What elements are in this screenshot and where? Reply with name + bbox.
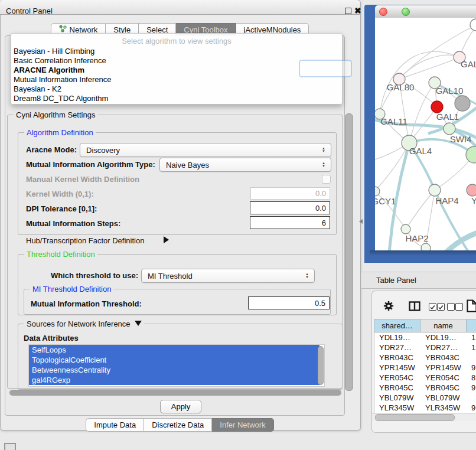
node-label: GAL [461,59,476,69]
minimize-traffic-light[interactable] [390,8,397,15]
network-node-edge-top[interactable] [470,19,476,31]
combo-arrows-icon: ▲▼ [302,273,314,279]
table-row[interactable]: YBL079WYBL079W [374,393,476,403]
network-window-titlebar[interactable] [375,5,476,18]
network-edge [446,231,476,250]
network-canvas[interactable]: GALGAL80GAL10GAL11GAL1SWI4GAL4GCY1HAP4YH… [375,18,476,250]
network-node-red[interactable] [431,101,443,113]
checked-checkbox-icon[interactable] [437,303,445,311]
tab-impute-label: Impute Data [94,419,136,431]
network-node-GAL1[interactable] [444,123,455,135]
list-vertical-scrollbar[interactable] [318,346,324,385]
float-window-icon[interactable] [345,8,351,14]
node-label: SWI4 [450,134,472,144]
table-cell: YBR045C [374,383,420,393]
table-row[interactable]: YPR145WYPR145W9. [374,363,476,373]
table-cell: YDL19… [420,332,467,343]
settings-horizontal-scrollbar[interactable] [9,390,341,396]
algorithm-option-selected[interactable]: ARACNE Algorithm [11,66,342,75]
algorithm-option[interactable]: Dream8 DC_TDC Algorithm [11,94,342,103]
table-row[interactable]: YBR045CYBR045C9. [374,383,476,393]
mi-type-label: Mutual Information Algorithm Type: [26,160,155,169]
table-row[interactable]: YER054CYER054C8. [374,373,476,383]
algorithm-option[interactable]: Bayesian - Hill Climbing [11,47,342,56]
list-item[interactable]: TopologicalCoefficient [29,355,319,365]
table-cell: 9. [467,383,476,393]
sources-collapse-icon[interactable] [135,321,142,326]
mi-threshold-field[interactable] [248,296,330,309]
sources-group-title: Sources for Network Inference [24,319,144,328]
mi-threshold-label: Mutual Information Threshold: [31,299,142,308]
table-row[interactable]: YBR043CYBR043C [374,353,476,363]
network-node-bottom[interactable] [421,243,431,250]
node-label: GAL4 [409,146,432,156]
close-traffic-light[interactable] [379,8,387,16]
table-panel-header[interactable]: Table Panel [361,272,476,289]
algorithm-placeholder: Select algorithm to view settings [11,34,342,45]
zoom-traffic-light[interactable] [402,8,410,16]
tab-impute-data[interactable]: Impute Data [86,418,144,432]
apply-button[interactable]: Apply [160,400,201,413]
mi-type-value: Naive Bayes [160,161,319,169]
kernel-width-field[interactable] [250,187,330,200]
column-header-shared-name[interactable]: shared… [374,319,420,332]
list-item[interactable]: SelfLoops [29,345,319,355]
ghost-combo-fragment [299,60,352,77]
mi-type-select[interactable]: Naive Bayes ▲▼ [159,158,331,172]
list-item[interactable]: BetweennessCentrality [29,365,319,375]
data-attributes-list[interactable]: SelfLoops TopologicalCoefficient Between… [28,344,325,387]
table-cell: 9. [467,363,476,373]
network-node-gray[interactable] [455,96,470,111]
split-table-icon[interactable] [409,301,420,313]
dpi-tolerance-field[interactable] [250,201,330,214]
algorithm-option[interactable]: Basic Correlation Inference [11,56,342,66]
column-header-name[interactable]: name [420,319,467,332]
window-shadow [370,250,476,256]
table-cell: YBL079W [374,393,420,403]
network-canvas-svg: GALGAL80GAL10GAL11GAL1SWI4GAL4GCY1HAP4YH… [375,18,476,250]
which-threshold-select[interactable]: MI Threshold ▲▼ [141,269,315,283]
control-panel-titlebar[interactable]: Control Panel ✖ [0,0,360,15]
node-table[interactable]: shared… name YDL19…YDL19…13YDR27…YDR27…1… [374,319,476,414]
mi-steps-field[interactable] [250,216,330,229]
close-icon[interactable]: ✖ [354,6,361,15]
algorithm-option[interactable]: Bayesian - K2 [11,84,342,94]
algorithm-definition-title: Algorithm Definition [24,128,96,137]
aracne-mode-label: Aracne Mode: [26,145,77,154]
unchecked-checkbox-icon[interactable] [447,303,455,311]
table-cell: YBL079W [420,393,467,403]
tab-infer-network[interactable]: Infer Network [212,418,273,432]
kernel-width-label: Kernel Width (0,1): [26,190,94,198]
list-item[interactable]: gal4RGexp [29,375,319,385]
network-node-salmon[interactable] [467,184,476,196]
table-cell: 13 [467,332,476,343]
table-row[interactable]: YLR345WYLR345W9. [374,403,476,413]
unchecked-checkbox-icon[interactable] [455,303,463,311]
table-row[interactable]: YDL19…YDL19…13 [374,332,476,343]
network-edge [399,55,459,79]
panel-divider-arrow[interactable] [359,219,363,224]
checked-checkbox-icon[interactable] [429,303,436,311]
network-node-HAP2[interactable] [401,224,410,234]
settings-vertical-scrollbar[interactable] [345,113,353,391]
table-panel-title: Table Panel [376,276,416,285]
aracne-mode-select[interactable]: Discovery ▲▼ [80,143,331,157]
gear-icon[interactable] [383,301,394,313]
table-cell: 8. [467,373,476,383]
hub-expand-icon[interactable] [164,236,169,243]
manual-kernel-label: Manual Kernel Width Definition [26,175,139,184]
tab-discretize-data[interactable]: Discretize Data [144,418,212,432]
node-label: HAP4 [435,195,458,206]
new-file-icon[interactable] [467,299,476,314]
table-horizontal-scrollbar-thumb[interactable] [375,414,455,421]
algorithm-option[interactable]: Mutual Information Inference [11,75,342,84]
minimized-window-icon[interactable] [4,443,16,450]
which-threshold-label: Which threshold to use: [51,271,138,280]
column-header-partial[interactable] [467,319,476,332]
table-row[interactable]: YDR27…YDR27…12 [374,343,476,353]
table-cell: YLR345W [420,403,467,413]
table-cell: 12 [467,343,476,353]
table-cell: YDL19… [374,332,420,343]
manual-kernel-checkbox[interactable] [322,175,331,184]
network-node-HAP4[interactable] [429,184,441,196]
